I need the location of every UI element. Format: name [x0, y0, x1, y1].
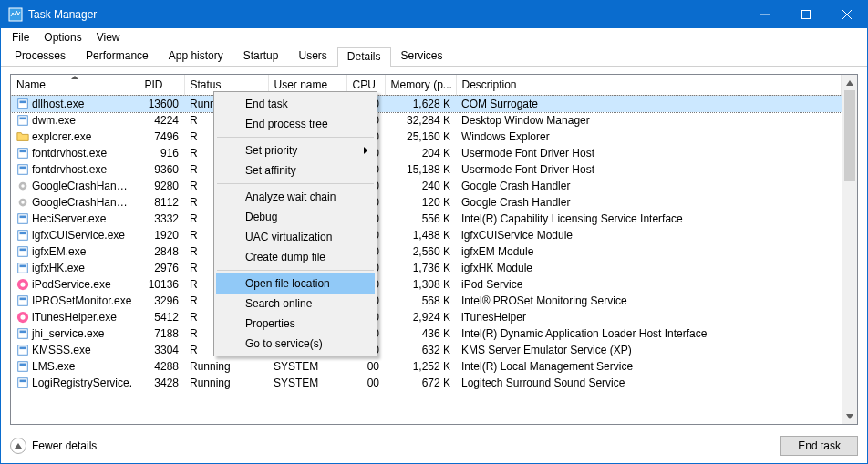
table-row[interactable]: IPROSetMonitor.exe3296R00568 KIntel® PRO…	[11, 293, 842, 309]
table-row[interactable]: LogiRegistryService.3428RunningSYSTEM006…	[11, 375, 842, 391]
menu-item-end-process-tree[interactable]: End process tree	[216, 114, 375, 134]
cell-name: fontdrvhost.exe	[11, 161, 139, 178]
chevron-up-icon	[10, 438, 26, 454]
maximize-button[interactable]	[785, 1, 826, 28]
tab-users[interactable]: Users	[288, 46, 336, 66]
cell-memory: 1,628 K	[385, 96, 456, 112]
svg-rect-33	[18, 345, 28, 355]
table-row[interactable]: iPodService.exe10136R001,308 KiPod Servi…	[11, 276, 842, 293]
cell-pid: 5412	[139, 309, 184, 325]
menu-options[interactable]: Options	[36, 30, 88, 45]
cell-description: Intel(R) Dynamic Application Loader Host…	[456, 325, 842, 342]
cell-name: igfxEM.exe	[11, 243, 139, 260]
minimize-button[interactable]	[744, 1, 785, 28]
tab-details[interactable]: Details	[337, 47, 391, 67]
menu-item-end-task[interactable]: End task	[216, 94, 375, 114]
cell-status: Running	[184, 358, 268, 375]
menu-view[interactable]: View	[89, 30, 128, 45]
table-row[interactable]: dllhost.exe13600RunningAjinkya001,628 KC…	[11, 96, 842, 112]
cell-pid: 8112	[139, 194, 184, 211]
cell-description: KMS Server Emulator Service (XP)	[456, 342, 842, 358]
cell-memory: 632 K	[385, 342, 456, 358]
cell-description: Desktop Window Manager	[456, 112, 842, 129]
cell-memory: 25,160 K	[385, 129, 456, 145]
cell-memory: 120 K	[385, 194, 456, 211]
cell-name: IPROSetMonitor.exe	[11, 293, 139, 309]
cell-name: HeciServer.exe	[11, 211, 139, 227]
svg-rect-20	[20, 232, 26, 234]
end-task-button[interactable]: End task	[780, 436, 858, 456]
content-area: Name PID Status User name CPU Memory (p.…	[1, 67, 867, 430]
cell-pid: 9360	[139, 161, 184, 178]
table-row[interactable]: fontdrvhost.exe9360R0015,188 KUsermode F…	[11, 161, 842, 178]
cell-description: Google Crash Handler	[456, 178, 842, 194]
table-row[interactable]: jhi_service.exe7188R00436 KIntel(R) Dyna…	[11, 325, 842, 342]
cell-pid: 2976	[139, 260, 184, 276]
table-row[interactable]: igfxHK.exe2976R001,736 KigfxHK Module	[11, 260, 842, 276]
menu-item-analyze-wait-chain[interactable]: Analyze wait chain	[216, 187, 375, 207]
svg-rect-19	[18, 230, 28, 240]
table-row[interactable]: fontdrvhost.exe916R00204 KUsermode Font …	[11, 145, 842, 161]
table-row[interactable]: KMSSS.exe3304R00632 KKMS Server Emulator…	[11, 342, 842, 358]
table-row[interactable]: LMS.exe4288RunningSYSTEM001,252 KIntel(R…	[11, 358, 842, 375]
table-row[interactable]: GoogleCrashHandler...9280R00240 KGoogle …	[11, 178, 842, 194]
cell-pid: 3296	[139, 293, 184, 309]
tab-services[interactable]: Services	[391, 46, 453, 66]
footer: Fewer details End task	[1, 430, 867, 463]
scrollbar-vertical[interactable]	[842, 75, 857, 424]
cell-memory: 1,308 K	[385, 276, 456, 293]
col-name[interactable]: Name	[11, 75, 139, 96]
cell-pid: 3332	[139, 211, 184, 227]
menu-separator	[217, 183, 374, 184]
cell-pid: 7188	[139, 325, 184, 342]
table-row[interactable]: igfxEM.exe2848R002,560 KigfxEM Module	[11, 243, 842, 260]
cell-description: Intel(R) Local Management Service	[456, 358, 842, 375]
scroll-track[interactable]	[842, 90, 857, 408]
cell-description: iPod Service	[456, 276, 842, 293]
menu-item-go-to-service-s-[interactable]: Go to service(s)	[216, 334, 375, 354]
tab-app-history[interactable]: App history	[159, 46, 233, 66]
col-pid[interactable]: PID	[139, 75, 184, 96]
table-row[interactable]: igfxCUIService.exe1920R001,488 KigfxCUIS…	[11, 227, 842, 243]
close-button[interactable]	[826, 1, 867, 28]
table-row[interactable]: GoogleCrashHandler...8112R00120 KGoogle …	[11, 194, 842, 211]
svg-rect-17	[18, 213, 28, 223]
cell-user: SYSTEM	[268, 358, 346, 375]
menu-item-properties[interactable]: Properties	[216, 314, 375, 334]
menu-item-search-online[interactable]: Search online	[216, 294, 375, 314]
task-manager-icon	[8, 7, 23, 22]
menu-file[interactable]: File	[5, 30, 36, 45]
menu-item-open-file-location[interactable]: Open file location	[216, 273, 375, 294]
tab-startup[interactable]: Startup	[233, 46, 289, 66]
col-description[interactable]: Description	[456, 75, 842, 96]
col-memory[interactable]: Memory (p...	[385, 75, 456, 96]
cell-description: COM Surrogate	[456, 96, 842, 112]
fewer-details-button[interactable]: Fewer details	[10, 438, 97, 454]
cell-description: Intel® PROSet Monitoring Service	[456, 293, 842, 309]
cell-user: SYSTEM	[268, 375, 346, 391]
cell-memory: 1,252 K	[385, 358, 456, 375]
scroll-thumb[interactable]	[844, 90, 855, 181]
scroll-up-button[interactable]	[842, 75, 857, 90]
table-row[interactable]: explorer.exe7496R0025,160 KWindows Explo…	[11, 129, 842, 145]
cell-pid: 1920	[139, 227, 184, 243]
cell-pid: 4288	[139, 358, 184, 375]
table-row[interactable]: iTunesHelper.exe5412R002,924 KiTunesHelp…	[11, 309, 842, 325]
table-row[interactable]: dwm.exe4224R0032,284 KDesktop Window Man…	[11, 112, 842, 129]
cell-memory: 240 K	[385, 178, 456, 194]
menu-item-debug[interactable]: Debug	[216, 207, 375, 227]
cell-status: Running	[184, 375, 268, 391]
menu-item-set-affinity[interactable]: Set affinity	[216, 160, 375, 180]
table-row[interactable]: HeciServer.exe3332R00556 KIntel(R) Capab…	[11, 211, 842, 227]
cell-memory: 2,560 K	[385, 243, 456, 260]
cell-name: KMSSS.exe	[11, 342, 139, 358]
menu-item-set-priority[interactable]: Set priority	[216, 140, 375, 160]
menu-item-uac-virtualization[interactable]: UAC virtualization	[216, 227, 375, 247]
cell-name: dllhost.exe	[11, 96, 139, 112]
tab-processes[interactable]: Processes	[5, 46, 76, 66]
fewer-details-label: Fewer details	[32, 439, 97, 452]
menu-item-create-dump-file[interactable]: Create dump file	[216, 247, 375, 267]
tab-performance[interactable]: Performance	[76, 46, 159, 66]
scroll-down-button[interactable]	[842, 408, 857, 424]
cell-cpu: 00	[346, 375, 385, 391]
